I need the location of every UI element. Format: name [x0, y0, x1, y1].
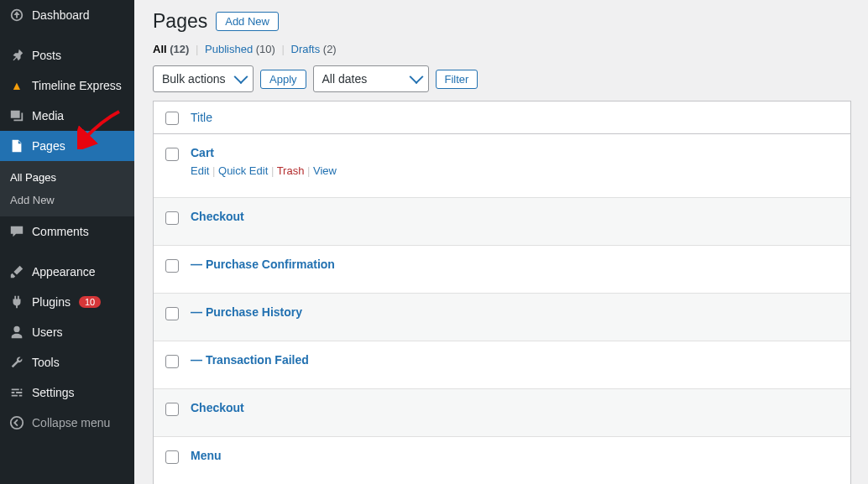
filter-all[interactable]: All (12) — [153, 43, 189, 55]
filter-button[interactable]: Filter — [436, 70, 478, 89]
wrench-icon — [8, 354, 25, 371]
admin-sidebar: Dashboard Posts ▲ Timeline Express Media… — [0, 0, 134, 484]
submenu-all-pages[interactable]: All Pages — [0, 166, 134, 189]
table-row: — Purchase History — [154, 294, 850, 341]
sidebar-item-pages[interactable]: Pages — [0, 131, 134, 161]
row-actions: Edit | Quick Edit | Trash | View — [191, 164, 337, 177]
pages-table: Title Cart Edit | Quick Edit | Trash | V… — [153, 101, 851, 484]
sidebar-item-label: Posts — [32, 49, 61, 62]
sidebar-item-label: Plugins — [32, 295, 71, 309]
sidebar-item-label: Tools — [32, 356, 60, 369]
sidebar-item-appearance[interactable]: Appearance — [0, 257, 134, 287]
row-checkbox[interactable] — [165, 307, 179, 320]
svg-point-0 — [11, 417, 23, 429]
row-title-link[interactable]: — Purchase Confirmation — [191, 258, 335, 271]
submenu-add-new[interactable]: Add New — [0, 189, 134, 211]
plug-icon — [8, 294, 25, 310]
table-row: Menu — [154, 437, 850, 484]
user-icon — [8, 324, 25, 341]
sidebar-item-label: Settings — [32, 386, 75, 399]
sidebar-item-collapse[interactable]: Collapse menu — [0, 408, 134, 438]
sidebar-item-label: Collapse menu — [32, 416, 110, 429]
row-checkbox[interactable] — [165, 450, 179, 464]
bulk-actions-select[interactable]: Bulk actions — [153, 65, 254, 92]
table-header: Title — [154, 101, 850, 134]
pin-icon — [8, 47, 25, 64]
sidebar-item-label: Users — [32, 325, 63, 339]
action-quick-edit[interactable]: Quick Edit — [218, 164, 268, 177]
sliders-icon — [8, 384, 25, 401]
media-icon — [8, 107, 25, 124]
row-title-link[interactable]: Checkout — [191, 210, 244, 223]
sidebar-item-dashboard[interactable]: Dashboard — [0, 0, 134, 30]
row-checkbox[interactable] — [165, 259, 179, 273]
column-title[interactable]: Title — [191, 111, 212, 124]
table-row: Checkout — [154, 198, 850, 246]
row-checkbox[interactable] — [165, 148, 179, 161]
row-checkbox[interactable] — [165, 403, 179, 416]
row-checkbox[interactable] — [165, 211, 179, 225]
sidebar-item-tools[interactable]: Tools — [0, 347, 134, 377]
filter-published[interactable]: Published (10) — [205, 43, 275, 55]
table-row: — Transaction Failed — [154, 341, 850, 389]
row-title-link[interactable]: Cart — [191, 146, 214, 159]
table-row: — Purchase Confirmation — [154, 246, 850, 294]
sidebar-item-label: Dashboard — [32, 8, 90, 22]
collapse-icon — [8, 414, 25, 431]
row-checkbox[interactable] — [165, 355, 179, 368]
list-toolbar: Bulk actions Apply All dates Filter — [153, 65, 851, 92]
plugins-update-badge: 10 — [79, 296, 101, 308]
sidebar-item-label: Media — [32, 109, 64, 122]
page-icon — [8, 138, 25, 154]
action-view[interactable]: View — [313, 164, 337, 177]
dashboard-icon — [8, 7, 25, 23]
apply-button[interactable]: Apply — [260, 70, 306, 89]
sidebar-item-timeline-express[interactable]: ▲ Timeline Express — [0, 70, 134, 101]
page-title: Pages — [153, 10, 207, 33]
row-title-link[interactable]: Checkout — [191, 401, 244, 414]
brush-icon — [8, 263, 25, 280]
sidebar-item-plugins[interactable]: Plugins 10 — [0, 287, 134, 317]
timeline-express-icon: ▲ — [8, 77, 25, 94]
row-title-link[interactable]: Menu — [191, 449, 222, 462]
date-filter-select[interactable]: All dates — [313, 65, 429, 92]
sidebar-item-posts[interactable]: Posts — [0, 40, 134, 70]
status-filter-links: All (12) | Published (10) | Drafts (2) — [153, 43, 851, 55]
row-title-link[interactable]: — Purchase History — [191, 305, 302, 319]
sidebar-item-settings[interactable]: Settings — [0, 377, 134, 408]
action-trash[interactable]: Trash — [277, 164, 305, 177]
sidebar-item-label: Comments — [32, 225, 89, 238]
comment-icon — [8, 223, 25, 240]
sidebar-item-media[interactable]: Media — [0, 101, 134, 131]
table-row: Checkout — [154, 389, 850, 437]
row-title-link[interactable]: — Transaction Failed — [191, 353, 309, 367]
add-new-button[interactable]: Add New — [216, 12, 279, 31]
sidebar-item-label: Timeline Express — [32, 79, 122, 92]
main-content: Pages Add New All (12) | Published (10) … — [134, 0, 868, 484]
action-edit[interactable]: Edit — [191, 164, 209, 177]
select-all-checkbox[interactable] — [165, 112, 179, 125]
table-row: Cart Edit | Quick Edit | Trash | View — [154, 134, 850, 198]
sidebar-item-label: Pages — [32, 139, 65, 153]
filter-drafts[interactable]: Drafts (2) — [291, 43, 337, 55]
sidebar-item-label: Appearance — [32, 265, 96, 278]
sidebar-submenu-pages: All Pages Add New — [0, 161, 134, 216]
sidebar-item-comments[interactable]: Comments — [0, 216, 134, 247]
sidebar-item-users[interactable]: Users — [0, 317, 134, 347]
